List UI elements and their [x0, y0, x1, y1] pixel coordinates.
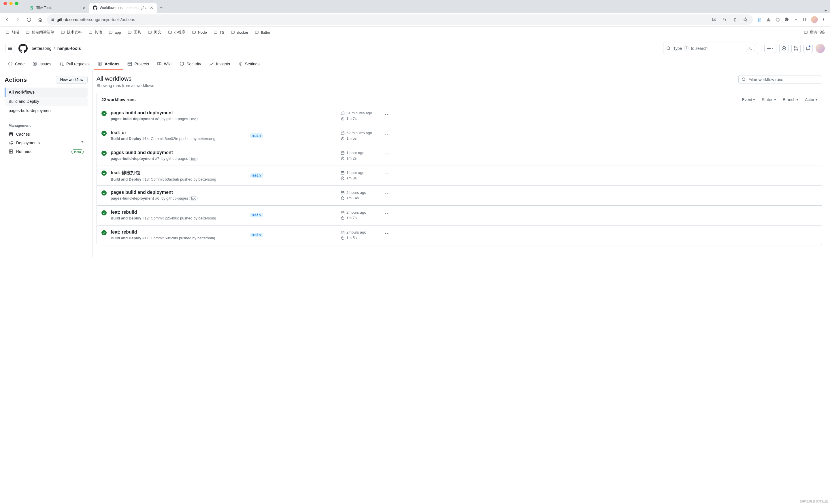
user-avatar[interactable]	[816, 44, 825, 53]
bookmark-item[interactable]: app	[107, 29, 123, 36]
repo-tab-projects[interactable]: Projects	[124, 59, 153, 70]
run-actions-menu[interactable]: ···	[385, 172, 390, 176]
sidebar-workflow-item[interactable]: All workflows	[5, 88, 88, 97]
workflow-run-row[interactable]: pages build and deployment pages-build-d…	[97, 106, 822, 126]
github-logo[interactable]	[19, 44, 28, 53]
close-tab-icon[interactable]: ✕	[150, 5, 153, 10]
hamburger-button[interactable]	[5, 44, 14, 53]
workflow-run-row[interactable]: pages build and deployment pages-build-d…	[97, 146, 822, 166]
run-title[interactable]: feat: ui	[111, 130, 246, 135]
run-actions-menu[interactable]: ···	[385, 112, 390, 116]
branch-label[interactable]: main	[250, 233, 263, 237]
create-new-button[interactable]	[764, 44, 776, 53]
svg-point-5	[823, 21, 824, 21]
branch-label[interactable]: main	[250, 133, 263, 138]
workflow-run-row[interactable]: feat: 修改打包 Build and Deploy #13: Commit …	[97, 166, 822, 186]
new-workflow-button[interactable]: New workflow	[56, 76, 88, 83]
branch-label[interactable]: main	[250, 213, 263, 217]
run-actions-menu[interactable]: ···	[385, 132, 390, 136]
pull-requests-icon[interactable]	[791, 44, 801, 53]
sidebar-mgmt-runners[interactable]: RunnersBeta	[5, 147, 88, 156]
tab-title: Workflow runs · bettersong/na	[100, 6, 148, 10]
address-bar[interactable]: github.com/bettersong/nanjiu-tools/actio…	[47, 14, 753, 25]
bookmark-item[interactable]: 其他	[87, 29, 104, 36]
home-button[interactable]	[36, 15, 44, 24]
repo-tab-insights[interactable]: Insights	[206, 59, 233, 70]
owner-link[interactable]: bettersong	[32, 46, 52, 51]
run-actions-menu[interactable]: ···	[385, 152, 390, 156]
run-title[interactable]: pages build and deployment	[111, 110, 246, 115]
run-actions-menu[interactable]: ···	[385, 192, 390, 196]
filter-runs-input[interactable]: Filter workflow runs	[738, 75, 822, 84]
bookmark-item[interactable]: flutter	[253, 29, 272, 36]
run-title[interactable]: feat: rebuild	[111, 230, 246, 235]
run-title[interactable]: feat: 修改打包	[111, 170, 246, 176]
menu-icon[interactable]	[820, 16, 827, 23]
notifications-icon[interactable]	[803, 44, 813, 53]
bookmark-item[interactable]: TS	[212, 29, 226, 36]
extension-icon[interactable]	[765, 16, 772, 23]
sidebar-workflow-item[interactable]: pages-build-deployment	[5, 106, 88, 115]
run-meta: Build and Deploy #12: Commit 225490c pus…	[111, 216, 246, 220]
command-palette-icon[interactable]	[746, 45, 755, 52]
window-minimize[interactable]	[9, 2, 13, 5]
repo-tab-actions[interactable]: Actions	[94, 59, 123, 70]
bookmark-item[interactable]: Node	[190, 29, 209, 36]
forward-button[interactable]	[14, 15, 22, 24]
translate-icon[interactable]	[721, 16, 728, 23]
repo-tab-pull-requests[interactable]: Pull requests	[56, 59, 93, 70]
repo-tab-issues[interactable]: Issues	[29, 59, 55, 70]
bookmark-item[interactable]: 前端阅读清单	[24, 29, 56, 36]
all-bookmarks[interactable]: 所有书签	[802, 29, 827, 36]
tab-dropdown-icon[interactable]	[824, 9, 828, 13]
repo-tab-code[interactable]: Code	[5, 59, 28, 70]
branch-label[interactable]: main	[250, 173, 263, 178]
run-title[interactable]: pages build and deployment	[111, 150, 246, 155]
filter-status[interactable]: Status▾	[762, 97, 776, 102]
star-icon[interactable]	[742, 16, 749, 23]
sidebar-mgmt-deployments[interactable]: Deployments	[5, 138, 88, 147]
search-input[interactable]: Type / to search	[663, 43, 758, 54]
filter-branch[interactable]: Branch▾	[783, 97, 798, 102]
browser-tab[interactable]: V南玖Tools✕	[26, 3, 89, 13]
bookmark-item[interactable]: 阅文	[146, 29, 163, 36]
reload-button[interactable]	[25, 15, 33, 24]
window-maximize[interactable]	[15, 2, 19, 5]
run-actions-menu[interactable]: ···	[385, 211, 390, 216]
install-app-icon[interactable]	[711, 16, 717, 23]
run-title[interactable]: feat: rebuild	[111, 210, 246, 215]
workflow-run-row[interactable]: feat: ui Build and Deploy #14: Commit 8e…	[97, 126, 822, 146]
downloads-icon[interactable]	[793, 16, 799, 23]
bookmark-item[interactable]: 工具	[126, 29, 143, 36]
new-tab-button[interactable]: +	[157, 3, 166, 13]
filter-actor[interactable]: Actor▾	[805, 97, 817, 102]
run-actions-menu[interactable]: ···	[385, 231, 390, 236]
bookmark-item[interactable]: 前端	[3, 29, 21, 36]
extension-icon[interactable]	[756, 16, 763, 23]
repo-tab-wiki[interactable]: Wiki	[154, 59, 175, 70]
profile-avatar[interactable]	[811, 16, 818, 23]
run-title[interactable]: pages build and deployment	[111, 190, 246, 195]
bookmark-item[interactable]: 技术资料	[59, 29, 84, 36]
browser-tab[interactable]: Workflow runs · bettersong/na✕	[89, 3, 157, 13]
issues-icon[interactable]	[779, 44, 789, 53]
repo-tab-settings[interactable]: Settings	[234, 59, 263, 70]
sidepanel-icon[interactable]	[802, 16, 809, 23]
bookmark-item[interactable]: 小程序	[166, 29, 187, 36]
workflow-run-row[interactable]: pages build and deployment pages-build-d…	[97, 186, 822, 206]
workflow-run-row[interactable]: feat: rebuild Build and Deploy #12: Comm…	[97, 206, 822, 226]
back-button[interactable]	[3, 15, 11, 24]
extensions-icon[interactable]	[783, 16, 790, 23]
sidebar-workflow-item[interactable]: Build and Deploy	[5, 97, 88, 106]
extension-icon[interactable]	[774, 16, 781, 23]
stopwatch-icon	[341, 196, 345, 200]
filter-event[interactable]: Event▾	[742, 97, 755, 102]
close-tab-icon[interactable]: ✕	[83, 5, 86, 10]
sidebar-mgmt-caches[interactable]: Caches	[5, 130, 88, 138]
bookmark-item[interactable]: docker	[229, 29, 250, 36]
repo-tab-security[interactable]: Security	[176, 59, 204, 70]
repo-link[interactable]: nanjiu-tools	[57, 46, 81, 51]
share-icon[interactable]	[731, 16, 738, 23]
window-close[interactable]	[3, 2, 7, 5]
workflow-run-row[interactable]: feat: rebuild Build and Deploy #11: Comm…	[97, 226, 822, 245]
